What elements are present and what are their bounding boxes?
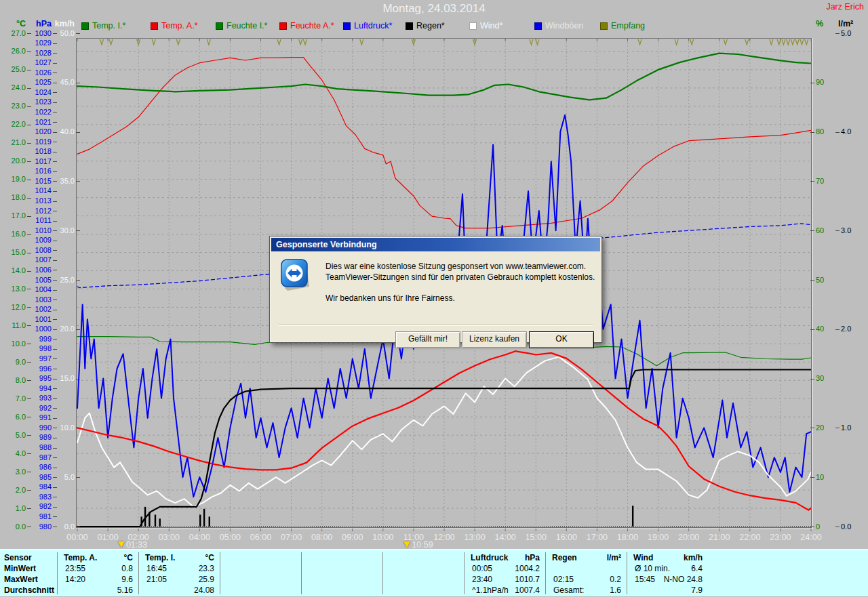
axis-tick-label-hpa: 985 xyxy=(27,474,52,481)
x-tick-label: 07:00 xyxy=(276,533,307,542)
axis-tick-label-hpa: 1028 xyxy=(27,49,52,57)
stats-col-header: Wind xyxy=(633,553,653,562)
axis-tick xyxy=(53,290,57,291)
axis-tick xyxy=(76,527,80,527)
axis-tick xyxy=(53,369,57,369)
axis-tick xyxy=(53,92,57,93)
axis-tick-label-pct: 10 xyxy=(816,474,843,481)
x-tick-label: 05:00 xyxy=(214,533,245,542)
x-tick-label: 13:00 xyxy=(459,533,490,542)
axis-tick xyxy=(53,398,57,399)
axis-tick-label-c: 20.0 xyxy=(1,157,26,165)
axis-tick xyxy=(810,181,814,182)
axis-tick-label-hpa: 995 xyxy=(27,375,52,382)
x-tick-label: 21:00 xyxy=(704,533,735,542)
axis-tick-label-hpa: 997 xyxy=(27,355,52,363)
x-tick-label: 09:00 xyxy=(337,533,368,542)
x-tick-label: 16:00 xyxy=(551,533,582,542)
axis-tick-label-hpa: 1015 xyxy=(27,178,52,185)
axis-tick xyxy=(53,468,57,468)
axis-tick xyxy=(53,191,57,192)
dialog-body: Dies war eine kostenlose Sitzung gespons… xyxy=(271,251,600,341)
axis-tick xyxy=(27,234,31,235)
time-marker: 01:33 xyxy=(118,541,147,548)
teamviewer-dialog: Gesponserte Verbindung Dies war eine kos… xyxy=(269,236,602,343)
axis-tick xyxy=(53,388,57,389)
axis-tick xyxy=(53,319,57,320)
rain-rate-bar xyxy=(199,515,201,527)
axis-tick xyxy=(835,428,840,428)
axis-tick-label-kmh: 0.0 xyxy=(50,523,75,531)
like-button[interactable]: Gefällt mir! xyxy=(395,331,460,348)
weather-app-window: Montag, 24.03.2014 Jarz Erich °ChPakm/h%… xyxy=(0,0,868,597)
stats-column-separator xyxy=(464,552,465,594)
reception-mark xyxy=(207,39,210,45)
stats-cell-value: 5.16 xyxy=(92,585,133,595)
reception-mark xyxy=(299,39,302,45)
axis-tick xyxy=(76,379,80,379)
axis-tick-label-lm2: 3.0 xyxy=(841,227,868,234)
axis-tick-label-pct: 30 xyxy=(816,375,843,382)
stats-cell-value: 1004.2 xyxy=(499,564,540,573)
axis-tick-label-hpa: 998 xyxy=(27,345,52,352)
axis-tick xyxy=(76,33,80,34)
axis-tick-label-hpa: 1011 xyxy=(27,217,52,224)
axis-tick-label-hpa: 1029 xyxy=(27,39,52,47)
axis-tick xyxy=(53,241,57,241)
sun-marker-icon xyxy=(118,541,125,548)
reception-mark xyxy=(176,39,180,45)
x-tick-label: 14:00 xyxy=(490,533,521,542)
axis-tick-label-c: 4.0 xyxy=(1,450,26,457)
axis-tick-label-hpa: 992 xyxy=(27,405,52,412)
stats-cell-value: 7.9 xyxy=(662,585,703,595)
dialog-title-bar[interactable]: Gesponserte Verbindung xyxy=(271,238,600,251)
axis-tick-label-hpa: 996 xyxy=(27,365,52,373)
stats-cell-value: 23.3 xyxy=(174,564,214,573)
axis-tick-label-kmh: 45.0 xyxy=(50,79,75,86)
stats-cell-value: 6.4 xyxy=(662,564,703,573)
dialog-separator xyxy=(278,325,593,326)
axis-tick-label-hpa: 1000 xyxy=(27,325,52,333)
axis-tick xyxy=(76,83,80,83)
stats-cell-value: 0.8 xyxy=(92,564,133,573)
rain-rate-bar xyxy=(140,516,142,527)
axis-tick-label-hpa: 994 xyxy=(27,385,52,392)
reception-mark xyxy=(303,39,307,45)
axis-tick-label-lm2: 2.0 xyxy=(841,325,868,333)
stats-panel: SensorMinWertMaxWertDurchschnittTemp. A.… xyxy=(0,549,868,596)
axis-tick xyxy=(53,487,57,488)
axis-tick xyxy=(53,122,57,123)
dialog-message-line3: Wir bedanken uns für Ihre Fairness. xyxy=(326,293,455,303)
reception-mark xyxy=(536,39,539,45)
stats-cell-time: 14:20 xyxy=(65,575,85,584)
axis-tick-label-c: 1.0 xyxy=(1,505,26,512)
ok-button[interactable]: OK xyxy=(529,331,594,348)
axis-tick xyxy=(53,438,57,438)
stats-row-label: MaxWert xyxy=(4,575,38,584)
reception-mark xyxy=(277,39,281,45)
axis-tick-label-hpa: 1023 xyxy=(27,98,52,106)
axis-tick-label-hpa: 1007 xyxy=(27,256,52,264)
axis-tick xyxy=(53,300,57,300)
axis-tick-label-hpa: 1025 xyxy=(27,79,52,86)
axis-tick-label-pct: 50 xyxy=(816,276,843,284)
axis-tick-label-hpa: 1003 xyxy=(27,296,52,304)
x-tick-label: 20:00 xyxy=(673,533,705,542)
axis-tick xyxy=(810,280,814,281)
stats-column-separator xyxy=(301,552,302,594)
axis-tick-label-kmh: 50.0 xyxy=(50,30,75,37)
axis-tick-label-hpa: 984 xyxy=(27,483,52,491)
buy-license-button[interactable]: Lizenz kaufen xyxy=(462,331,527,348)
reception-mark xyxy=(690,39,694,45)
axis-tick-label-hpa: 1022 xyxy=(27,108,52,116)
stats-cell-value: 24.08 xyxy=(174,585,214,595)
axis-tick xyxy=(53,73,57,73)
axis-tick xyxy=(53,63,57,64)
axis-tick-label-hpa: 988 xyxy=(27,444,52,451)
axis-tick xyxy=(810,379,814,379)
reception-mark xyxy=(530,39,533,45)
axis-tick xyxy=(810,428,814,428)
axis-tick xyxy=(835,527,840,527)
axis-tick xyxy=(53,270,57,270)
stats-cell-time: 00:05 xyxy=(472,564,492,573)
